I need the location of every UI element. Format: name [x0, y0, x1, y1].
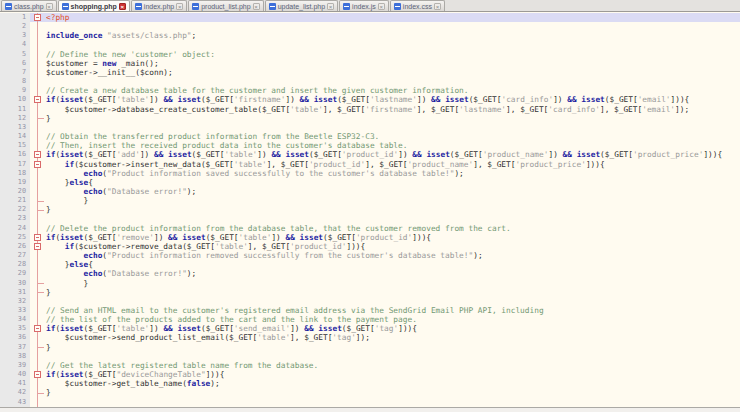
- code-line[interactable]: echo("Database error!");: [46, 269, 740, 278]
- code-token: ($_GET[: [323, 233, 356, 242]
- tab-close-icon[interactable]: ×: [119, 3, 126, 10]
- code-token: isset: [60, 95, 83, 104]
- tab-close-icon[interactable]: ×: [378, 3, 385, 10]
- fold-guide-line: [37, 187, 38, 196]
- code-line[interactable]: [46, 77, 740, 86]
- code-token: 'email': [638, 95, 671, 104]
- code-line[interactable]: // Send an HTML email to the customer's …: [46, 306, 740, 315]
- code-line[interactable]: if($customer->remove_data($_GET['table']…: [46, 242, 740, 251]
- code-token: isset: [581, 95, 604, 104]
- code-line[interactable]: // Delete the product information from t…: [46, 224, 740, 233]
- code-token: ($_GET[: [342, 324, 375, 333]
- code-row: 5// Define the new 'customer' object:: [0, 50, 740, 59]
- tab-close-icon[interactable]: ×: [46, 3, 53, 10]
- tab-close-icon[interactable]: ×: [327, 3, 334, 10]
- code-line[interactable]: }: [46, 288, 740, 297]
- fold-margin: [30, 361, 46, 370]
- tab-index-css[interactable]: index.css×: [390, 0, 445, 11]
- fold-collapse-icon[interactable]: [34, 96, 41, 103]
- code-line[interactable]: echo("Product information removed succes…: [46, 251, 740, 260]
- fold-collapse-icon[interactable]: [34, 14, 41, 21]
- code-token: {: [88, 260, 93, 269]
- code-line[interactable]: echo("Database error!");: [46, 187, 740, 196]
- code-line[interactable]: }else{: [46, 178, 740, 187]
- code-line[interactable]: [46, 398, 740, 407]
- fold-margin: [30, 50, 46, 59]
- code-line[interactable]: // Then, insert the received product dat…: [46, 141, 740, 150]
- code-token: 'table': [215, 242, 248, 251]
- code-token: // Delete the product information from t…: [46, 224, 511, 233]
- line-number: 35: [0, 324, 30, 333]
- fold-collapse-icon[interactable]: [34, 234, 41, 241]
- horizontal-scrollbar[interactable]: [0, 407, 740, 412]
- code-line[interactable]: $customer->__init__($conn);: [46, 68, 740, 77]
- code-token: {: [88, 178, 93, 187]
- code-line[interactable]: if(isset($_GET['add']) && isset($_GET['t…: [46, 150, 740, 159]
- fold-guide-line: [37, 50, 38, 59]
- fold-margin: [30, 279, 46, 288]
- code-line[interactable]: // Obtain the transferred product inform…: [46, 132, 740, 141]
- code-line[interactable]: [46, 352, 740, 361]
- fold-guide-line: [37, 251, 38, 260]
- code-line[interactable]: }: [46, 114, 740, 123]
- code-line[interactable]: // Create a new database table for the c…: [46, 86, 740, 95]
- tab-close-icon[interactable]: ×: [434, 3, 441, 10]
- code-token: $customer->get_table_name(: [46, 379, 187, 388]
- fold-collapse-icon[interactable]: [34, 325, 41, 332]
- code-line[interactable]: }: [46, 205, 740, 214]
- code-row: 18 echo("Product information saved succe…: [0, 169, 740, 178]
- tab-index-js[interactable]: index.js×: [339, 0, 389, 11]
- tab-close-icon[interactable]: ×: [253, 3, 260, 10]
- code-line[interactable]: }: [46, 196, 740, 205]
- code-token: ($_GET[: [84, 95, 117, 104]
- code-line[interactable]: // Define the new 'customer' object:: [46, 50, 740, 59]
- code-line[interactable]: if(isset($_GET['remove']) && isset($_GET…: [46, 233, 740, 242]
- code-token: ($_GET[: [309, 150, 342, 159]
- code-line[interactable]: echo("Product information saved successf…: [46, 169, 740, 178]
- code-line[interactable]: $customer->database_create_customer_tabl…: [46, 105, 740, 114]
- code-line[interactable]: // Get the latest registered table name …: [46, 361, 740, 370]
- tab-shopping-php[interactable]: shopping.php×: [58, 0, 130, 11]
- tab-close-icon[interactable]: ×: [176, 3, 183, 10]
- code-line[interactable]: if(isset($_GET["deviceChangeTable"])){: [46, 370, 740, 379]
- fold-collapse-icon[interactable]: [34, 151, 41, 158]
- code-token: isset: [314, 95, 337, 104]
- fold-collapse-icon[interactable]: [34, 243, 41, 250]
- tab-update_list-php[interactable]: update_list.php×: [265, 0, 338, 11]
- line-number: 33: [0, 306, 30, 315]
- fold-guide-line: [37, 59, 38, 68]
- code-token: &&: [412, 150, 421, 159]
- code-line[interactable]: }: [46, 279, 740, 288]
- code-line[interactable]: $customer = new _main();: [46, 59, 740, 68]
- code-line[interactable]: // the list of the products added to the…: [46, 315, 740, 324]
- fold-collapse-icon[interactable]: [34, 371, 41, 378]
- code-line[interactable]: <?php: [46, 13, 740, 22]
- code-line[interactable]: $customer->send_product_list_email($_GET…: [46, 333, 740, 342]
- line-number: 30: [0, 279, 30, 288]
- code-line[interactable]: }: [46, 343, 740, 352]
- code-token: ]): [553, 95, 567, 104]
- fold-margin: [30, 251, 46, 260]
- code-line[interactable]: if(isset($_GET['table']) && isset($_GET[…: [46, 95, 740, 104]
- tab-index-php[interactable]: index.php×: [131, 0, 187, 11]
- code-line[interactable]: [46, 40, 740, 49]
- code-line[interactable]: [46, 123, 740, 132]
- code-token: ])){: [671, 95, 690, 104]
- code-line[interactable]: $customer->get_table_name(false);: [46, 379, 740, 388]
- fold-collapse-icon[interactable]: [34, 161, 41, 168]
- code-line[interactable]: }else{: [46, 260, 740, 269]
- code-line[interactable]: }: [46, 388, 740, 397]
- tab-class-php[interactable]: class.php×: [1, 0, 57, 11]
- code-token: ])){: [412, 233, 431, 242]
- code-line[interactable]: [46, 297, 740, 306]
- code-token: &&: [300, 95, 309, 104]
- code-line[interactable]: [46, 214, 740, 223]
- code-line[interactable]: if(isset($_GET['table']) && isset($_GET[…: [46, 324, 740, 333]
- code-token: );: [210, 379, 219, 388]
- fold-guide-line: [37, 269, 38, 278]
- tab-product_list-php[interactable]: product_list.php×: [188, 0, 263, 11]
- code-row: 10if(isset($_GET['table']) && isset($_GE…: [0, 95, 740, 104]
- code-line[interactable]: [46, 22, 740, 31]
- code-line[interactable]: if($customer->insert_new_data($_GET['tab…: [46, 160, 740, 169]
- code-line[interactable]: include_once "assets/class.php";: [46, 31, 740, 40]
